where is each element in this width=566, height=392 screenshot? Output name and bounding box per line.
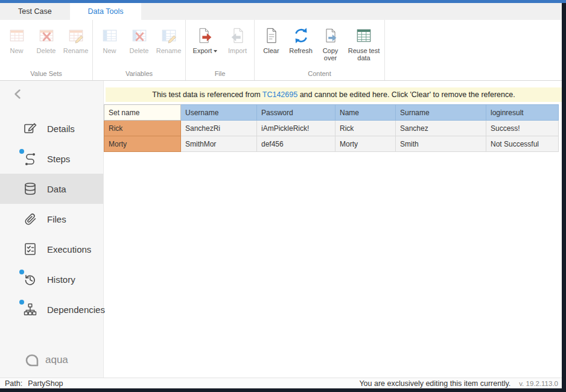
- ribbon: New Delete: [0, 20, 562, 81]
- button-label: Delete: [37, 47, 56, 54]
- database-icon: [23, 182, 37, 196]
- group-label-content: Content: [255, 69, 384, 80]
- notification-badge: [19, 149, 24, 154]
- cell-loginresult[interactable]: Not Successful: [486, 136, 559, 152]
- column-header-username: Username: [181, 105, 257, 121]
- path-value: PartyShop: [28, 379, 63, 388]
- cell-set-name[interactable]: Morty: [104, 136, 181, 152]
- column-header-set-name: Set name: [104, 105, 181, 121]
- app-window: Test Case Data Tools New: [0, 3, 562, 388]
- table-new-icon: [7, 26, 27, 45]
- cell-name[interactable]: Morty: [335, 136, 396, 152]
- sidebar-item-history[interactable]: History: [0, 264, 103, 294]
- button-label: Export: [193, 47, 218, 54]
- clear-button[interactable]: Clear: [257, 25, 285, 54]
- ribbon-group-variables: New Delete: [93, 20, 186, 80]
- tab-test-case[interactable]: Test Case: [0, 3, 70, 20]
- button-label: Reuse test data: [346, 47, 382, 62]
- sidebar-item-label: Steps: [47, 154, 70, 164]
- version-label: v. 19.2.113.0: [519, 380, 558, 387]
- sidebar-item-dependencies[interactable]: Dependencies: [0, 294, 103, 324]
- button-label: Rename: [63, 47, 89, 54]
- variables-rename-button: Rename: [154, 25, 183, 54]
- sidebar-item-label: History: [47, 274, 75, 285]
- dropdown-caret-icon: [214, 50, 217, 52]
- column-header-password: Password: [257, 105, 335, 121]
- button-label: Copy over: [316, 47, 345, 62]
- aqua-logo-icon: [24, 352, 40, 368]
- cell-username[interactable]: SanchezRi: [181, 121, 257, 136]
- test-case-link[interactable]: TC142695: [262, 90, 297, 99]
- notification-badge: [19, 270, 24, 274]
- value-sets-new-button: New: [2, 25, 31, 54]
- notification-text-after: and cannot be edited here. Click 'Clear'…: [297, 90, 515, 99]
- cell-set-name[interactable]: Rick: [104, 121, 181, 136]
- sidebar-item-label: Executions: [47, 244, 91, 254]
- copy-over-button[interactable]: Copy over: [316, 25, 345, 62]
- button-label: Import: [228, 47, 247, 54]
- cell-password[interactable]: def456: [257, 136, 335, 152]
- paperclip-icon: [23, 212, 37, 226]
- aqua-logo-text: aqua: [45, 354, 68, 366]
- column-header-surname: Surname: [396, 105, 486, 121]
- cell-surname[interactable]: Sanchez: [396, 121, 486, 136]
- sidebar-item-label: Details: [47, 124, 75, 134]
- group-label-variables: Variables: [93, 69, 185, 80]
- export-button[interactable]: Export: [188, 25, 222, 54]
- refresh-button[interactable]: Refresh: [287, 25, 315, 54]
- button-label: Rename: [156, 47, 182, 54]
- cell-surname[interactable]: Smith: [396, 136, 486, 152]
- status-bar: Path: PartyShop You are exclusively edit…: [0, 378, 562, 388]
- copy-over-icon: [321, 26, 340, 45]
- chevron-left-icon: [12, 88, 24, 100]
- sidebar-item-files[interactable]: Files: [0, 204, 103, 234]
- table-header-row: Set name Username Password Name Surname …: [104, 105, 559, 121]
- column-header-name: Name: [335, 105, 396, 121]
- button-label: Clear: [263, 47, 279, 54]
- tab-data-tools[interactable]: Data Tools: [70, 3, 142, 20]
- editing-status-message: You are exclusively editing this item cu…: [359, 379, 510, 388]
- table-row: Rick SanchezRi iAmPickleRick! Rick Sanch…: [104, 121, 559, 136]
- sidebar-item-executions[interactable]: Executions: [0, 234, 103, 264]
- group-label-file: File: [186, 69, 254, 80]
- reuse-test-data-button[interactable]: Reuse test data: [346, 25, 382, 62]
- cell-loginresult[interactable]: Success!: [486, 121, 559, 136]
- button-label: Refresh: [289, 47, 313, 54]
- sidebar-item-details[interactable]: Details: [0, 113, 103, 144]
- sidebar: Details Steps: [0, 81, 104, 378]
- value-sets-rename-button: Rename: [62, 25, 90, 54]
- sidebar-nav: Details Steps: [0, 113, 103, 324]
- reference-notification-bar: This test data is referenced from TC1426…: [106, 87, 562, 102]
- hierarchy-icon: [23, 302, 37, 317]
- data-grid-icon: [354, 26, 374, 45]
- table-rename-icon: [66, 26, 86, 45]
- cell-password[interactable]: iAmPickleRick!: [257, 121, 335, 136]
- test-data-table: Set name Username Password Name Surname …: [104, 104, 559, 152]
- notification-text-before: This test data is referenced from: [152, 90, 262, 99]
- import-button: Import: [223, 25, 252, 54]
- table-row: Morty SmithMor def456 Morty Smith Not Su…: [104, 136, 559, 152]
- collapse-sidebar-button[interactable]: [0, 81, 103, 107]
- variables-delete-button: Delete: [125, 25, 153, 54]
- refresh-icon: [291, 26, 311, 45]
- button-label: New: [10, 47, 23, 54]
- group-label-value-sets: Value Sets: [0, 69, 92, 80]
- column-rename-icon: [159, 26, 179, 45]
- sidebar-item-label: Data: [47, 184, 66, 194]
- table-delete-icon: [37, 26, 56, 45]
- window-right-edge: [562, 3, 566, 388]
- path-label: Path:: [5, 379, 22, 388]
- sidebar-item-data[interactable]: Data: [0, 174, 103, 204]
- sidebar-item-steps[interactable]: Steps: [0, 144, 103, 174]
- cell-name[interactable]: Rick: [335, 121, 396, 136]
- ribbon-group-value-sets: New Delete: [0, 20, 93, 80]
- sidebar-item-label: Dependencies: [47, 305, 105, 315]
- cell-username[interactable]: SmithMor: [181, 136, 257, 152]
- checklist-icon: [23, 242, 37, 256]
- variables-new-button: New: [95, 25, 124, 54]
- pencil-icon: [23, 121, 37, 136]
- ribbon-group-content: Clear Refresh: [255, 20, 385, 80]
- window-bottom-edge: [0, 388, 566, 392]
- column-header-loginresult: loginresult: [486, 105, 559, 121]
- notification-badge: [19, 300, 24, 305]
